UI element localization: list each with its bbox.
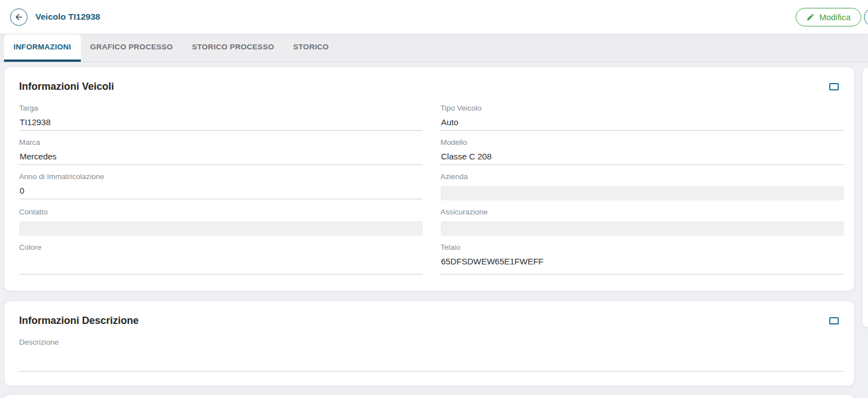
anno-input[interactable]: 0 [19, 186, 423, 199]
tab-grafico-processo[interactable]: GRAFICO PROCESSO [81, 34, 182, 62]
anno-label: Anno di Immatricolazione [19, 172, 423, 181]
telaio-label: Telaio [441, 243, 844, 251]
field-colore: Colore [19, 243, 423, 275]
marca-label: Marca [19, 138, 423, 147]
vehicle-fields-grid: Targa TI12938 Tipo Veicolo Auto Marca Me… [15, 104, 844, 282]
vehicle-detail-screen: Veicolo TI12938 Modifica INFORMAZIONI GR… [0, 0, 868, 398]
header-bar: Veicolo TI12938 Modifica [0, 0, 868, 34]
pencil-icon [806, 13, 815, 21]
vehicle-card-title: Informazioni Veicoli [19, 81, 114, 93]
assicurazione-input-disabled [441, 221, 844, 236]
window-minimize-icon[interactable] [829, 83, 839, 90]
description-card-title: Informazioni Descrizione [19, 315, 139, 327]
tab-informazioni[interactable]: INFORMAZIONI [4, 34, 81, 62]
azienda-input-disabled [441, 186, 844, 200]
field-tipo-veicolo: Tipo Veicolo Auto [441, 104, 844, 131]
contatto-input-disabled [19, 221, 423, 236]
contatto-label: Contatto [19, 208, 423, 216]
field-telaio: Telaio 65DFSDWEW65E1FWEFF [441, 243, 844, 275]
field-azienda: Azienda [441, 172, 844, 200]
tab-bar: INFORMAZIONI GRAFICO PROCESSO STORICO PR… [0, 34, 868, 62]
field-assicurazione: Assicurazione [441, 208, 844, 236]
page-title: Veicolo TI12938 [35, 12, 100, 22]
descrizione-input[interactable] [19, 351, 844, 372]
arrow-left-icon [14, 12, 24, 22]
field-modello: Modello Classe C 208 [441, 138, 844, 165]
modifica-button[interactable]: Modifica [796, 8, 861, 26]
tab-storico-processo[interactable]: STORICO PROCESSO [182, 34, 284, 62]
modifica-button-label: Modifica [819, 12, 851, 22]
vehicle-info-card: Informazioni Veicoli Targa TI12938 Tipo … [4, 67, 854, 291]
side-card-cropped [862, 67, 868, 327]
descrizione-label: Descrizione [19, 338, 844, 346]
azienda-label: Azienda [441, 172, 844, 181]
tipo-veicolo-label: Tipo Veicolo [441, 104, 844, 112]
tab-storico[interactable]: STORICO [284, 34, 338, 62]
field-contatto: Contatto [19, 208, 423, 236]
modello-label: Modello [441, 138, 844, 147]
modello-input[interactable]: Classe C 208 [441, 152, 844, 165]
marca-input[interactable]: Mercedes [19, 152, 423, 165]
field-anno-immatricolazione: Anno di Immatricolazione 0 [19, 172, 423, 200]
description-info-card: Informazioni Descrizione Descrizione [4, 301, 854, 386]
field-targa: Targa TI12938 [19, 104, 423, 131]
field-descrizione: Descrizione [19, 338, 844, 372]
targa-label: Targa [19, 104, 423, 112]
assicurazione-label: Assicurazione [441, 208, 844, 216]
colore-label: Colore [19, 243, 423, 251]
header-secondary-button-cropped[interactable] [864, 8, 868, 26]
tipo-veicolo-input[interactable]: Auto [441, 117, 844, 131]
back-button[interactable] [10, 8, 28, 26]
colore-input[interactable] [19, 257, 423, 275]
targa-input[interactable]: TI12938 [19, 117, 423, 131]
field-marca: Marca Mercedes [19, 138, 423, 165]
telaio-input[interactable]: 65DFSDWEW65E1FWEFF [441, 257, 844, 275]
next-card-cropped [4, 395, 854, 398]
window-minimize-icon[interactable] [829, 317, 839, 324]
